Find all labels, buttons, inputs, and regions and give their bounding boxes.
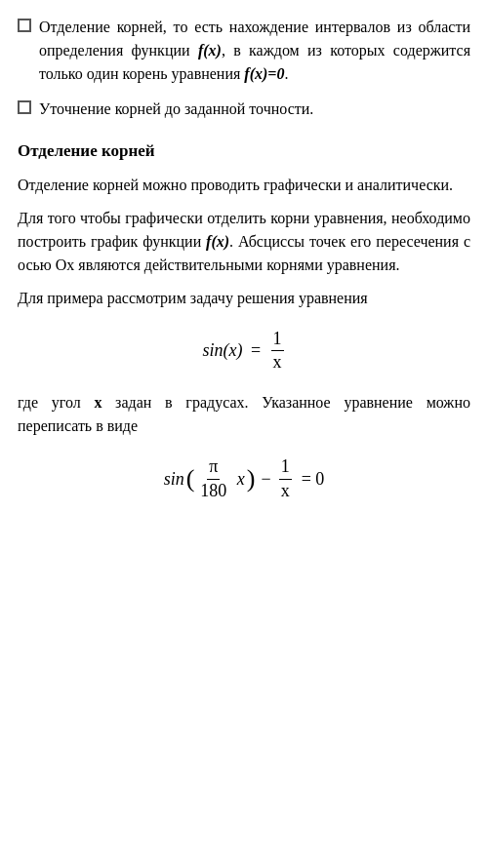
equation-1: sin(x) = 1 x — [18, 328, 470, 375]
list-item: Уточнение корней до заданной точности. — [18, 98, 470, 121]
fraction-1: 1 x — [271, 328, 284, 375]
x-den: x — [279, 480, 292, 502]
list-item: Отделение корней, то есть нахождение инт… — [18, 16, 470, 86]
bullet-list: Отделение корней, то есть нахождение инт… — [18, 16, 470, 121]
fx-bold-1: f(x) — [198, 42, 222, 59]
post-eq-text: где угол x задан в градусах. Указанное у… — [18, 391, 470, 438]
frac-num-1: 1 — [271, 328, 284, 351]
pi-num: π — [207, 455, 220, 479]
fx-bold-2: f(x) — [206, 233, 229, 250]
bullet-text-2: Уточнение корней до заданной точности. — [39, 98, 470, 121]
open-paren: ( — [186, 466, 195, 492]
eq-zero: = 0 — [302, 466, 325, 493]
checkbox-icon-2 — [18, 100, 31, 114]
fraction-1-x: 1 x — [279, 455, 292, 502]
sin-text: sin — [164, 466, 184, 493]
sin-x-text: sin(x) — [202, 337, 242, 364]
paragraph-2: Для того чтобы графически отделить корни… — [18, 207, 470, 277]
checkbox-icon — [18, 19, 31, 32]
close-paren: ) — [247, 466, 256, 492]
x-bold: x — [94, 394, 102, 411]
pi-den: 180 — [198, 480, 228, 502]
section-heading: Отделение корней — [18, 138, 470, 164]
fraction-pi-180: π 180 — [198, 455, 228, 502]
x-var: x — [232, 466, 245, 493]
minus-sign: − — [262, 466, 271, 493]
paragraph-1: Отделение корней можно проводить графиче… — [18, 174, 470, 197]
bullet-text-1: Отделение корней, то есть нахождение инт… — [39, 16, 470, 86]
fx-eq-0: f(x)=0 — [244, 65, 284, 82]
example-intro: Для примера рассмотрим задачу решения ур… — [18, 287, 470, 310]
equals-sign-1: = — [246, 337, 264, 364]
equation-2: sin ( π 180 x ) − 1 x = 0 — [18, 455, 470, 502]
one-num: 1 — [279, 455, 292, 479]
frac-den-1: x — [271, 351, 284, 374]
